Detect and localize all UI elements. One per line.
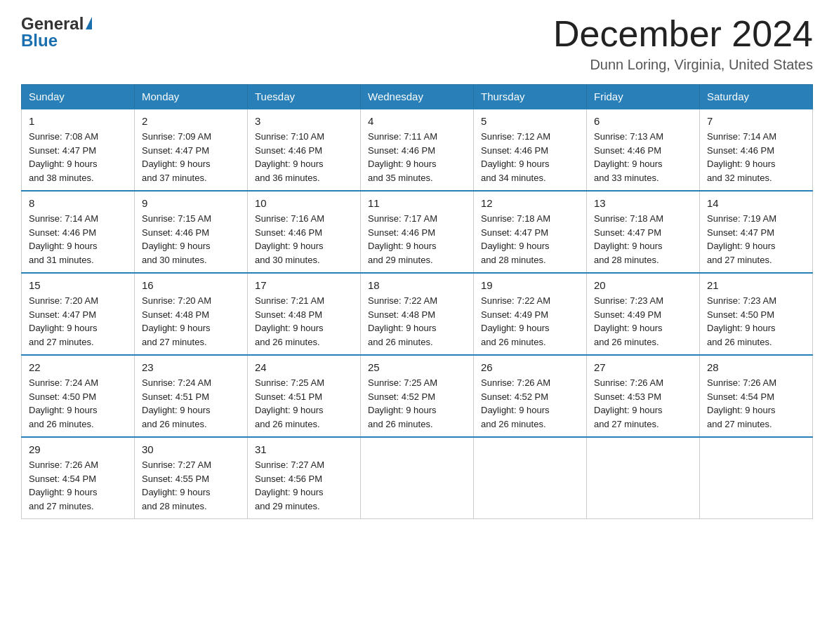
day-cell-25: 25 Sunrise: 7:25 AMSunset: 4:52 PMDaylig… bbox=[361, 355, 474, 437]
day-cell-31: 31 Sunrise: 7:27 AMSunset: 4:56 PMDaylig… bbox=[248, 437, 361, 519]
week-row-2: 8 Sunrise: 7:14 AMSunset: 4:46 PMDayligh… bbox=[22, 191, 813, 273]
day-info: Sunrise: 7:15 AMSunset: 4:46 PMDaylight:… bbox=[142, 213, 211, 265]
day-number: 30 bbox=[142, 443, 240, 455]
day-info: Sunrise: 7:08 AMSunset: 4:47 PMDaylight:… bbox=[29, 131, 98, 183]
logo-blue: Blue bbox=[21, 31, 58, 51]
day-cell-10: 10 Sunrise: 7:16 AMSunset: 4:46 PMDaylig… bbox=[248, 191, 361, 273]
day-info: Sunrise: 7:10 AMSunset: 4:46 PMDaylight:… bbox=[255, 131, 324, 183]
empty-cell bbox=[587, 437, 700, 519]
empty-cell bbox=[361, 437, 474, 519]
page-header: General Blue December 2024 Dunn Loring, … bbox=[21, 14, 813, 73]
day-number: 22 bbox=[29, 361, 127, 373]
day-info: Sunrise: 7:22 AMSunset: 4:49 PMDaylight:… bbox=[481, 295, 550, 347]
day-number: 28 bbox=[707, 361, 805, 373]
day-cell-20: 20 Sunrise: 7:23 AMSunset: 4:49 PMDaylig… bbox=[587, 273, 700, 355]
day-cell-1: 1 Sunrise: 7:08 AMSunset: 4:47 PMDayligh… bbox=[22, 109, 135, 191]
header-saturday: Saturday bbox=[700, 85, 813, 109]
header-monday: Monday bbox=[135, 85, 248, 109]
day-cell-14: 14 Sunrise: 7:19 AMSunset: 4:47 PMDaylig… bbox=[700, 191, 813, 273]
day-info: Sunrise: 7:19 AMSunset: 4:47 PMDaylight:… bbox=[707, 213, 776, 265]
day-number: 18 bbox=[368, 279, 466, 291]
day-cell-13: 13 Sunrise: 7:18 AMSunset: 4:47 PMDaylig… bbox=[587, 191, 700, 273]
day-info: Sunrise: 7:17 AMSunset: 4:46 PMDaylight:… bbox=[368, 213, 437, 265]
day-info: Sunrise: 7:27 AMSunset: 4:55 PMDaylight:… bbox=[142, 459, 211, 511]
day-cell-29: 29 Sunrise: 7:26 AMSunset: 4:54 PMDaylig… bbox=[22, 437, 135, 519]
month-title: December 2024 bbox=[553, 14, 813, 54]
day-info: Sunrise: 7:24 AMSunset: 4:51 PMDaylight:… bbox=[142, 377, 211, 429]
day-info: Sunrise: 7:20 AMSunset: 4:47 PMDaylight:… bbox=[29, 295, 98, 347]
day-cell-7: 7 Sunrise: 7:14 AMSunset: 4:46 PMDayligh… bbox=[700, 109, 813, 191]
location-subtitle: Dunn Loring, Virginia, United States bbox=[553, 57, 813, 73]
calendar-header-row: SundayMondayTuesdayWednesdayThursdayFrid… bbox=[22, 85, 813, 109]
day-number: 29 bbox=[29, 443, 127, 455]
day-info: Sunrise: 7:25 AMSunset: 4:52 PMDaylight:… bbox=[368, 377, 437, 429]
day-cell-28: 28 Sunrise: 7:26 AMSunset: 4:54 PMDaylig… bbox=[700, 355, 813, 437]
day-cell-22: 22 Sunrise: 7:24 AMSunset: 4:50 PMDaylig… bbox=[22, 355, 135, 437]
day-info: Sunrise: 7:26 AMSunset: 4:52 PMDaylight:… bbox=[481, 377, 550, 429]
week-row-3: 15 Sunrise: 7:20 AMSunset: 4:47 PMDaylig… bbox=[22, 273, 813, 355]
day-info: Sunrise: 7:14 AMSunset: 4:46 PMDaylight:… bbox=[707, 131, 776, 183]
day-info: Sunrise: 7:26 AMSunset: 4:53 PMDaylight:… bbox=[594, 377, 663, 429]
day-number: 10 bbox=[255, 197, 353, 209]
day-cell-5: 5 Sunrise: 7:12 AMSunset: 4:46 PMDayligh… bbox=[474, 109, 587, 191]
day-number: 23 bbox=[142, 361, 240, 373]
day-cell-21: 21 Sunrise: 7:23 AMSunset: 4:50 PMDaylig… bbox=[700, 273, 813, 355]
day-info: Sunrise: 7:11 AMSunset: 4:46 PMDaylight:… bbox=[368, 131, 437, 183]
logo: General Blue bbox=[21, 14, 92, 51]
day-info: Sunrise: 7:22 AMSunset: 4:48 PMDaylight:… bbox=[368, 295, 437, 347]
day-info: Sunrise: 7:20 AMSunset: 4:48 PMDaylight:… bbox=[142, 295, 211, 347]
calendar-table: SundayMondayTuesdayWednesdayThursdayFrid… bbox=[21, 84, 813, 519]
day-info: Sunrise: 7:09 AMSunset: 4:47 PMDaylight:… bbox=[142, 131, 211, 183]
day-info: Sunrise: 7:14 AMSunset: 4:46 PMDaylight:… bbox=[29, 213, 98, 265]
day-info: Sunrise: 7:21 AMSunset: 4:48 PMDaylight:… bbox=[255, 295, 324, 347]
day-number: 8 bbox=[29, 197, 127, 209]
day-number: 12 bbox=[481, 197, 579, 209]
day-number: 9 bbox=[142, 197, 240, 209]
day-cell-6: 6 Sunrise: 7:13 AMSunset: 4:46 PMDayligh… bbox=[587, 109, 700, 191]
day-number: 15 bbox=[29, 279, 127, 291]
logo-triangle-icon bbox=[86, 17, 92, 29]
header-tuesday: Tuesday bbox=[248, 85, 361, 109]
week-row-4: 22 Sunrise: 7:24 AMSunset: 4:50 PMDaylig… bbox=[22, 355, 813, 437]
day-info: Sunrise: 7:18 AMSunset: 4:47 PMDaylight:… bbox=[481, 213, 550, 265]
day-cell-23: 23 Sunrise: 7:24 AMSunset: 4:51 PMDaylig… bbox=[135, 355, 248, 437]
day-info: Sunrise: 7:23 AMSunset: 4:50 PMDaylight:… bbox=[707, 295, 776, 347]
day-cell-2: 2 Sunrise: 7:09 AMSunset: 4:47 PMDayligh… bbox=[135, 109, 248, 191]
day-info: Sunrise: 7:27 AMSunset: 4:56 PMDaylight:… bbox=[255, 459, 324, 511]
day-number: 31 bbox=[255, 443, 353, 455]
day-cell-15: 15 Sunrise: 7:20 AMSunset: 4:47 PMDaylig… bbox=[22, 273, 135, 355]
day-number: 7 bbox=[707, 115, 805, 127]
day-info: Sunrise: 7:13 AMSunset: 4:46 PMDaylight:… bbox=[594, 131, 663, 183]
empty-cell bbox=[700, 437, 813, 519]
day-cell-26: 26 Sunrise: 7:26 AMSunset: 4:52 PMDaylig… bbox=[474, 355, 587, 437]
header-sunday: Sunday bbox=[22, 85, 135, 109]
day-info: Sunrise: 7:25 AMSunset: 4:51 PMDaylight:… bbox=[255, 377, 324, 429]
day-cell-24: 24 Sunrise: 7:25 AMSunset: 4:51 PMDaylig… bbox=[248, 355, 361, 437]
header-wednesday: Wednesday bbox=[361, 85, 474, 109]
day-cell-8: 8 Sunrise: 7:14 AMSunset: 4:46 PMDayligh… bbox=[22, 191, 135, 273]
day-info: Sunrise: 7:24 AMSunset: 4:50 PMDaylight:… bbox=[29, 377, 98, 429]
day-number: 25 bbox=[368, 361, 466, 373]
day-number: 26 bbox=[481, 361, 579, 373]
empty-cell bbox=[474, 437, 587, 519]
day-number: 21 bbox=[707, 279, 805, 291]
day-cell-19: 19 Sunrise: 7:22 AMSunset: 4:49 PMDaylig… bbox=[474, 273, 587, 355]
day-cell-30: 30 Sunrise: 7:27 AMSunset: 4:55 PMDaylig… bbox=[135, 437, 248, 519]
day-info: Sunrise: 7:16 AMSunset: 4:46 PMDaylight:… bbox=[255, 213, 324, 265]
day-info: Sunrise: 7:26 AMSunset: 4:54 PMDaylight:… bbox=[29, 459, 98, 511]
day-number: 2 bbox=[142, 115, 240, 127]
title-area: December 2024 Dunn Loring, Virginia, Uni… bbox=[553, 14, 813, 73]
day-number: 17 bbox=[255, 279, 353, 291]
day-info: Sunrise: 7:26 AMSunset: 4:54 PMDaylight:… bbox=[707, 377, 776, 429]
day-number: 24 bbox=[255, 361, 353, 373]
day-cell-11: 11 Sunrise: 7:17 AMSunset: 4:46 PMDaylig… bbox=[361, 191, 474, 273]
week-row-1: 1 Sunrise: 7:08 AMSunset: 4:47 PMDayligh… bbox=[22, 109, 813, 191]
day-number: 11 bbox=[368, 197, 466, 209]
day-number: 6 bbox=[594, 115, 692, 127]
day-cell-17: 17 Sunrise: 7:21 AMSunset: 4:48 PMDaylig… bbox=[248, 273, 361, 355]
day-number: 3 bbox=[255, 115, 353, 127]
day-number: 4 bbox=[368, 115, 466, 127]
day-cell-16: 16 Sunrise: 7:20 AMSunset: 4:48 PMDaylig… bbox=[135, 273, 248, 355]
day-cell-4: 4 Sunrise: 7:11 AMSunset: 4:46 PMDayligh… bbox=[361, 109, 474, 191]
day-info: Sunrise: 7:18 AMSunset: 4:47 PMDaylight:… bbox=[594, 213, 663, 265]
